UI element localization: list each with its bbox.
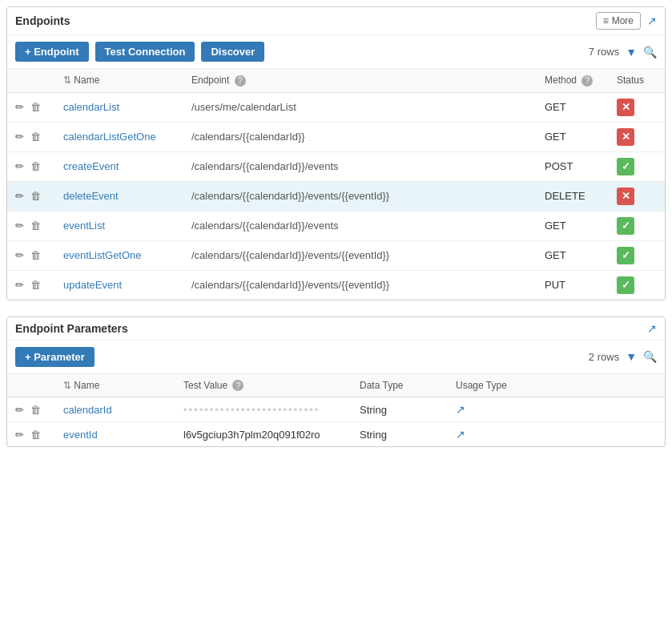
row-name: calendarListGetOne (55, 122, 183, 151)
sort-icon: ⇅ (63, 75, 71, 86)
table-row: ✏ 🗑 deleteEvent /calendars/{{calendarId}… (7, 181, 665, 211)
row-method: PUT (537, 270, 609, 300)
name-link[interactable]: deleteEvent (63, 190, 119, 202)
param-row-datatype: String (352, 422, 448, 447)
delete-icon[interactable]: 🗑 (30, 249, 41, 261)
external-link-icon[interactable]: ↗ (456, 428, 465, 441)
row-actions: ✏ 🗑 (7, 211, 55, 240)
table-row: ✏ 🗑 calendarListGetOne /calendars/{{cale… (7, 122, 665, 151)
edit-icon[interactable]: ✏ (15, 160, 24, 172)
row-status: ✓ (609, 270, 665, 300)
edit-icon[interactable]: ✏ (15, 190, 24, 202)
param-row-name: calendarId (55, 397, 175, 422)
params-header: Endpoint Parameters ↗ (7, 317, 665, 341)
table-row: ✏ 🗑 eventId l6v5gciup3h7plm20q091f02ro S… (7, 422, 665, 447)
delete-icon[interactable]: 🗑 (30, 190, 41, 202)
endpoints-title: Endpoints (15, 14, 70, 27)
row-endpoint: /calendars/{{calendarId}}/events (183, 211, 537, 240)
row-name: createEvent (55, 151, 183, 181)
row-endpoint: /calendars/{{calendarId}} (183, 122, 537, 151)
test-connection-button[interactable]: Test Connection (95, 42, 195, 62)
param-name-link[interactable]: eventId (63, 429, 98, 441)
discover-button[interactable]: Discover (201, 42, 264, 62)
params-table-header: ⇅ Name Test Value ? Data Type Usage Type (7, 374, 665, 397)
row-actions: ✏ 🗑 (7, 122, 55, 151)
row-name: updateEvent (55, 270, 183, 300)
delete-icon[interactable]: 🗑 (30, 220, 41, 232)
row-name: calendarList (55, 92, 183, 122)
row-status: ✕ (609, 92, 665, 122)
row-endpoint: /users/me/calendarList (183, 92, 537, 122)
row-status: ✓ (609, 211, 665, 240)
col-header-endpoint: Endpoint ? (183, 69, 537, 92)
name-link[interactable]: eventListGetOne (63, 249, 142, 261)
edit-icon[interactable]: ✏ (15, 220, 24, 232)
param-col-header-datatype: Data Type (352, 374, 448, 397)
params-expand-icon[interactable]: ↗ (647, 322, 657, 335)
edit-icon[interactable]: ✏ (15, 131, 24, 143)
row-actions: ✏ 🗑 (7, 240, 55, 270)
expand-icon[interactable]: ↗ (647, 14, 657, 27)
param-row-testval: l6v5gciup3h7plm20q091f02ro (175, 422, 352, 447)
method-help-icon[interactable]: ? (581, 75, 593, 87)
delete-icon[interactable]: 🗑 (30, 101, 41, 113)
params-search-icon[interactable]: 🔍 (643, 350, 657, 363)
row-status: ✓ (609, 240, 665, 270)
row-actions: ✏ 🗑 (7, 151, 55, 181)
delete-icon[interactable]: 🗑 (30, 404, 41, 416)
row-name: deleteEvent (55, 181, 183, 211)
endpoints-filter-icon[interactable]: ▼ (626, 46, 637, 58)
delete-icon[interactable]: 🗑 (30, 429, 41, 441)
external-link-icon[interactable]: ↗ (456, 403, 465, 416)
row-status: ✓ (609, 151, 665, 181)
name-link[interactable]: updateEvent (63, 279, 122, 291)
row-endpoint: /calendars/{{calendarId}}/events/{{event… (183, 240, 537, 270)
endpoints-search-icon[interactable]: 🔍 (643, 46, 657, 58)
params-rows-info: 2 rows ▼ 🔍 (589, 350, 657, 363)
params-filter-icon[interactable]: ▼ (626, 350, 637, 363)
edit-icon[interactable]: ✏ (15, 249, 24, 261)
edit-icon[interactable]: ✏ (15, 279, 24, 291)
table-row: ✏ 🗑 updateEvent /calendars/{{calendarId}… (7, 270, 665, 300)
edit-icon[interactable]: ✏ (15, 101, 24, 113)
name-link[interactable]: calendarListGetOne (63, 131, 156, 143)
param-row-name: eventId (55, 422, 175, 447)
status-success-badge: ✓ (617, 276, 634, 294)
params-toolbar: + Parameter 2 rows ▼ 🔍 (7, 341, 665, 374)
delete-icon[interactable]: 🗑 (30, 160, 41, 172)
row-actions: ✏ 🗑 (7, 397, 55, 422)
params-title: Endpoint Parameters (15, 322, 128, 335)
params-section: Endpoint Parameters ↗ + Parameter 2 rows… (6, 316, 666, 448)
table-row: ✏ 🗑 eventListGetOne /calendars/{{calenda… (7, 240, 665, 270)
row-status: ✕ (609, 181, 665, 211)
delete-icon[interactable]: 🗑 (30, 131, 41, 143)
row-actions: ✏ 🗑 (7, 270, 55, 300)
row-endpoint: /calendars/{{calendarId}}/events (183, 151, 537, 181)
endpoint-help-icon[interactable]: ? (235, 75, 246, 87)
param-col-header-testval: Test Value ? (175, 374, 352, 397)
name-link[interactable]: eventList (63, 220, 105, 232)
endpoints-section: Endpoints ≡ More ↗ + Endpoint Test Conne… (6, 6, 666, 300)
endpoints-table: ⇅ Name Endpoint ? Method ? Status ✏ 🗑 (7, 69, 665, 300)
endpoints-header: Endpoints ≡ More ↗ (7, 7, 665, 35)
param-name-link[interactable]: calendarId (63, 404, 112, 416)
status-success-badge: ✓ (617, 217, 634, 235)
more-button[interactable]: ≡ More (596, 12, 641, 30)
add-endpoint-button[interactable]: + Endpoint (15, 42, 89, 62)
table-row: ✏ 🗑 calendarList /users/me/calendarList … (7, 92, 665, 122)
edit-icon[interactable]: ✏ (15, 404, 24, 416)
delete-icon[interactable]: 🗑 (30, 279, 41, 291)
row-actions: ✏ 🗑 (7, 422, 55, 447)
add-parameter-button[interactable]: + Parameter (15, 347, 95, 367)
params-table: ⇅ Name Test Value ? Data Type Usage Type… (7, 374, 665, 447)
edit-icon[interactable]: ✏ (15, 429, 24, 441)
param-row-usagetype: ↗ (448, 397, 665, 422)
name-link[interactable]: calendarList (63, 101, 119, 113)
row-method: GET (537, 240, 609, 270)
testval-help-icon[interactable]: ? (232, 380, 243, 391)
table-row: ✏ 🗑 calendarId •••••••••••••••••••••••••… (7, 397, 665, 422)
row-method: GET (537, 211, 609, 240)
status-error-badge: ✕ (617, 187, 634, 205)
param-col-header-name: ⇅ Name (55, 374, 175, 397)
name-link[interactable]: createEvent (63, 160, 119, 172)
